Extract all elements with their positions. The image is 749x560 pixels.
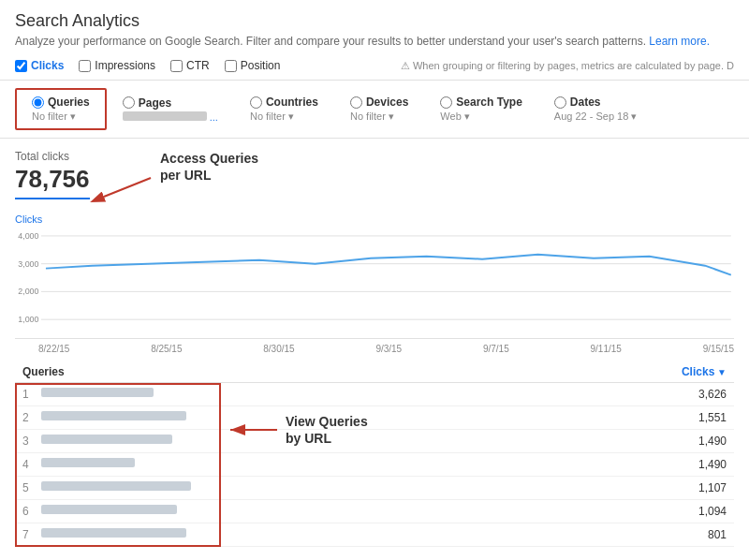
x-label-2: 8/25/15 (151, 344, 182, 354)
view-queries-label: View Queriesby URL (286, 413, 368, 447)
svg-text:3,000: 3,000 (18, 259, 38, 269)
table-section: Queries Clicks 1 3,626 2 1,551 3 (15, 361, 734, 547)
svg-line-1 (104, 178, 151, 197)
table-row: 4 1,490 (15, 453, 734, 477)
x-label-5: 9/7/15 (483, 344, 509, 354)
metric-impressions[interactable]: Impressions (79, 59, 155, 72)
table-row: 5 1,107 (15, 477, 734, 500)
x-label-6: 9/11/15 (591, 344, 622, 354)
table-row: 3 1,490 (15, 430, 734, 453)
learn-more-link[interactable]: Learn more. (649, 35, 710, 48)
chart-area: Clicks 4,000 3,000 2,000 1,000 8/22/15 8… (15, 214, 734, 354)
total-clicks-label: Total clicks (15, 150, 90, 163)
col-clicks-header: Clicks (652, 365, 727, 378)
svg-text:4,000: 4,000 (18, 231, 38, 241)
total-clicks-value: 78,756 (15, 165, 90, 199)
x-label-3: 8/30/15 (263, 344, 294, 354)
col-query-header: Queries (22, 365, 652, 378)
table-header: Queries Clicks (15, 361, 734, 383)
svg-text:2,000: 2,000 (18, 287, 38, 296)
metric-ctr[interactable]: CTR (170, 59, 210, 72)
x-label-7: 9/15/15 (703, 344, 734, 354)
table-row: 6 1,094 (15, 500, 734, 523)
metrics-bar: Clicks Impressions CTR Position ⚠ When g… (0, 52, 749, 81)
x-label-1: 8/22/15 (38, 344, 69, 354)
view-queries-annotation-wrap: View Queriesby URL (226, 413, 368, 447)
page-title: Search Analytics (15, 11, 734, 31)
grouping-warning: ⚠ When grouping or filtering by pages, m… (401, 60, 734, 72)
page-description: Analyze your performance on Google Searc… (15, 35, 734, 48)
table-row: 2 1,551 (15, 406, 734, 430)
metric-clicks[interactable]: Clicks (15, 59, 64, 72)
table-row: 1 3,626 (15, 383, 734, 406)
main-content: Total clicks 78,756 Access Queriesper UR… (0, 139, 749, 558)
clicks-chart: 4,000 3,000 2,000 1,000 (15, 227, 734, 339)
arrow-annotation-svg (99, 150, 155, 197)
groupby-devices[interactable]: Devices No filter ▾ (334, 89, 424, 129)
groupby-search-type[interactable]: Search Type Web ▾ (424, 89, 537, 129)
header: Search Analytics Analyze your performanc… (0, 0, 749, 52)
groupby-countries[interactable]: Countries No filter ▾ (234, 89, 334, 129)
metric-position[interactable]: Position (225, 59, 281, 72)
chart-y-label: Clicks (15, 214, 734, 225)
view-queries-arrow (226, 416, 282, 444)
groupby-bar: Queries No filter ▾ Pages ... Countries … (0, 81, 749, 139)
groupby-queries[interactable]: Queries No filter ▾ (15, 88, 107, 130)
svg-text:1,000: 1,000 (18, 315, 38, 324)
table-row: 7 801 (15, 523, 734, 547)
groupby-pages[interactable]: Pages ... (107, 90, 234, 129)
groupby-dates[interactable]: Dates Aug 22 - Sep 18 ▾ (538, 89, 654, 129)
access-queries-annotation: Access Queriesper URL (160, 150, 258, 184)
x-label-4: 9/3/15 (375, 344, 402, 354)
